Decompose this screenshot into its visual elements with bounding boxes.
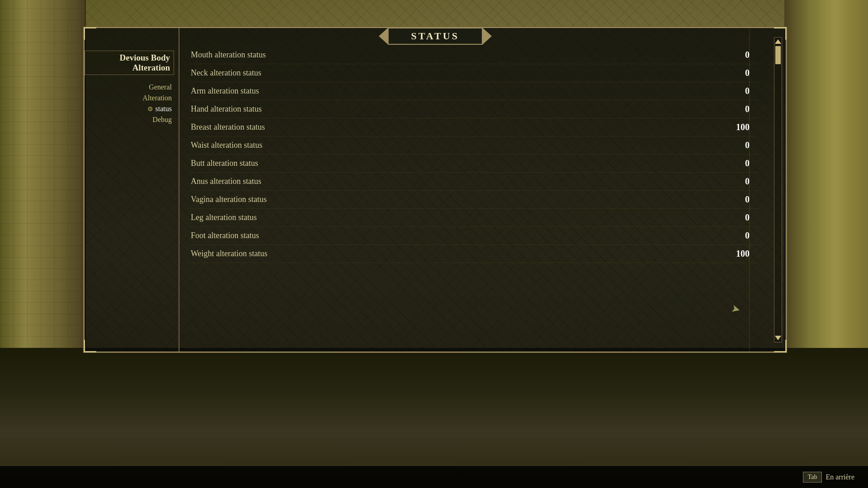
status-row[interactable]: Arm alteration status0 — [189, 82, 759, 100]
status-row[interactable]: Vagina alteration status0 — [189, 191, 759, 209]
status-row[interactable]: Breast alteration status100 — [189, 118, 759, 136]
gear-icon: ⚙ — [147, 105, 153, 113]
status-row[interactable]: Weight alteration status100 — [189, 245, 759, 263]
status-list: Mouth alteration status0Neck alteration … — [189, 46, 759, 263]
status-label: Vagina alteration status — [191, 195, 267, 204]
sidebar-item-general[interactable]: General — [146, 82, 174, 93]
sidebar-item-debug[interactable]: Debug — [150, 114, 174, 125]
status-label: Anus alteration status — [191, 177, 261, 186]
status-label: Leg alteration status — [191, 213, 257, 222]
status-value: 0 — [729, 104, 756, 114]
stone-wall-left — [0, 0, 86, 348]
status-row[interactable]: Neck alteration status0 — [189, 64, 759, 82]
status-label: Butt alteration status — [191, 159, 258, 168]
status-row[interactable]: Waist alteration status0 — [189, 136, 759, 155]
status-value: 100 — [729, 122, 756, 132]
status-value: 0 — [729, 176, 756, 187]
status-row[interactable]: Hand alteration status0 — [189, 100, 759, 118]
scrollbar-arrow-down[interactable] — [775, 336, 781, 340]
status-value: 0 — [729, 68, 756, 78]
sidebar-item-status[interactable]: ⚙ status — [145, 103, 174, 114]
status-value: 100 — [729, 249, 756, 259]
status-value: 0 — [729, 212, 756, 223]
status-row[interactable]: Leg alteration status0 — [189, 209, 759, 227]
status-value: 0 — [729, 86, 756, 96]
status-label: Waist alteration status — [191, 141, 263, 150]
sidebar-item-status-label: status — [156, 105, 172, 113]
status-value: 0 — [729, 194, 756, 205]
tab-key: Tab — [803, 472, 822, 483]
status-row[interactable]: Foot alteration status0 — [189, 227, 759, 245]
status-label: Foot alteration status — [191, 231, 259, 240]
status-label: Mouth alteration status — [191, 50, 266, 60]
main-panel: STATUS Devious Body Alteration General A… — [84, 27, 787, 352]
tab-hint: Tab En arrière — [803, 472, 854, 483]
status-label: Breast alteration status — [191, 122, 265, 132]
status-label: Weight alteration status — [191, 249, 268, 258]
status-label: Hand alteration status — [191, 104, 262, 114]
status-value: 0 — [729, 50, 756, 60]
content-area: Mouth alteration status0Neck alteration … — [179, 28, 768, 352]
sidebar-item-alteration-label: Alteration — [142, 94, 172, 102]
bottom-bar: Tab En arrière — [0, 465, 868, 488]
status-row[interactable]: Mouth alteration status0 — [189, 46, 759, 64]
status-row[interactable]: Butt alteration status0 — [189, 155, 759, 173]
sidebar: Devious Body Alteration General Alterati… — [85, 28, 179, 352]
tab-back-label: En arrière — [826, 473, 854, 481]
stone-wall-right — [784, 0, 868, 348]
status-row[interactable]: Anus alteration status0 — [189, 173, 759, 191]
status-label: Arm alteration status — [191, 86, 259, 96]
scrollbar-track — [774, 37, 782, 343]
status-value: 0 — [729, 158, 756, 169]
vertical-separator — [749, 28, 750, 352]
status-label: Neck alteration status — [191, 68, 261, 78]
scrollbar-arrow-up[interactable] — [775, 39, 781, 44]
status-value: 0 — [729, 140, 756, 150]
sidebar-item-general-label: General — [149, 83, 172, 91]
sidebar-item-debug-label: Debug — [152, 116, 172, 124]
mod-title: Devious Body Alteration — [85, 51, 174, 75]
sidebar-item-alteration[interactable]: Alteration — [140, 93, 174, 103]
scrollbar-thumb[interactable] — [775, 46, 781, 64]
status-value: 0 — [729, 230, 756, 241]
